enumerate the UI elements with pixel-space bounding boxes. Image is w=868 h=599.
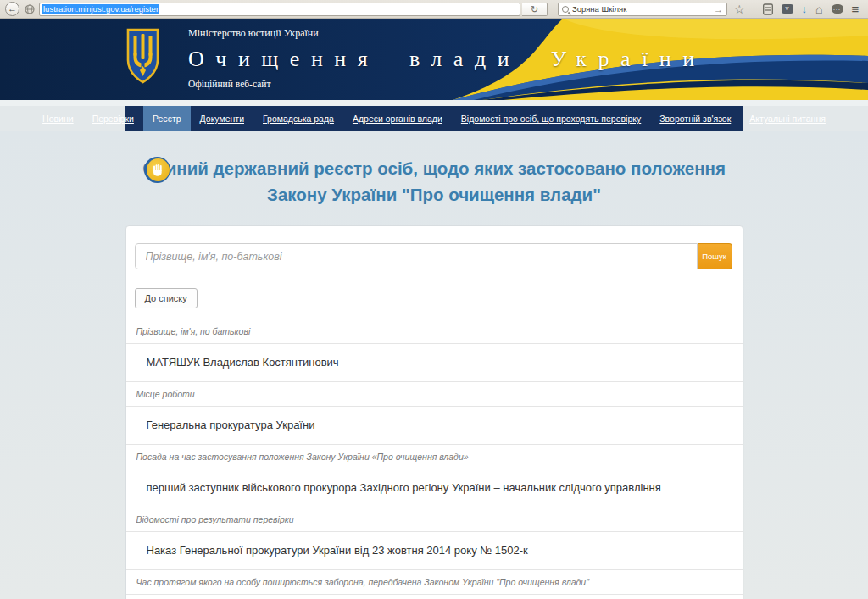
home-icon[interactable]: ⌂ [815, 3, 822, 16]
toolbar-separator [754, 3, 754, 15]
browser-search-box[interactable]: → [558, 3, 727, 16]
nav-item-hromadska-rada[interactable]: Громадська рада [253, 114, 343, 124]
page-body: Єдиний державний реєстр осіб, щодо яких … [0, 131, 868, 599]
lustration-hand-icon [144, 157, 170, 183]
nav-item-reestr[interactable]: Реєстр [143, 106, 191, 131]
page-title-line1: Єдиний державний реєстр осіб, щодо яких … [125, 155, 743, 181]
nav-item-zvorotnii-zviazok[interactable]: Зворотній зв'язок [650, 114, 740, 124]
main-navigation: Новини Перевірки Реєстр Документи Громад… [125, 106, 743, 131]
nav-item-dokumenty[interactable]: Документи [191, 114, 253, 124]
site-subtitle: Офіційний веб-сайт [188, 79, 706, 89]
field-value: Генеральна прокуратура України [136, 412, 732, 439]
field-label: Прізвище, ім'я, по батькові [136, 324, 732, 338]
bookmarks-clipboard-icon[interactable] [763, 3, 773, 15]
ukraine-coat-of-arms [125, 28, 160, 86]
nav-item-aktualni-pytannia[interactable]: Актуальні питання [740, 114, 835, 124]
back-to-list-button[interactable]: До списку [135, 288, 198, 308]
browser-search-input[interactable] [572, 4, 714, 14]
browser-toolbar: ← lustration.minjust.gov.ua/register ↻ →… [0, 0, 868, 19]
site-header: Міністерство юстиції України Очищення вл… [0, 19, 868, 100]
field-label: Час протягом якого на особу поширюється … [136, 575, 732, 589]
field-label: Місце роботи [136, 387, 732, 401]
field-value: МАТЯШУК Владислав Костянтинович [136, 349, 732, 376]
url-bar[interactable]: lustration.minjust.gov.ua/register [39, 3, 520, 16]
nav-item-vidomosti[interactable]: Відомості про осіб, що проходять перевір… [452, 114, 650, 124]
page-title-line2: Закону України "Про очищення влади" [125, 181, 743, 208]
registry-search-input[interactable] [135, 243, 698, 269]
field-label: Посада на час застосування положення Зак… [136, 450, 732, 463]
chat-bubble-icon[interactable]: ... [832, 4, 843, 14]
site-identity-icon [25, 4, 35, 14]
nav-item-perevirky[interactable]: Перевірки [83, 114, 143, 124]
search-icon [562, 6, 569, 13]
url-text: lustration.minjust.gov.ua/register [42, 4, 159, 14]
ministry-label: Міністерство юстиції України [188, 27, 706, 40]
reload-button[interactable]: ↻ [522, 3, 548, 16]
hamburger-menu-icon[interactable]: ≡ [852, 2, 860, 16]
field-label: Відомості про результати перевірки [136, 513, 732, 526]
search-go-icon[interactable]: → [714, 4, 723, 14]
nav-item-adresy[interactable]: Адреси органів влади [343, 114, 452, 124]
registry-search-button[interactable]: Пошук [698, 243, 732, 269]
register-card: Пошук До списку Прізвище, ім'я, по батьк… [125, 225, 743, 599]
field-value: Наказ Генеральної прокуратури України ві… [136, 537, 732, 564]
back-button[interactable]: ← [5, 2, 19, 16]
bookmark-star-icon[interactable]: ☆ [734, 3, 745, 15]
pocket-icon[interactable]: v [782, 4, 793, 14]
header-gap-strip [0, 100, 868, 106]
field-value: перший заступник військового прокурора З… [136, 474, 732, 502]
nav-item-novyny[interactable]: Новини [33, 114, 83, 124]
page-title: Єдиний державний реєстр осіб, щодо яких … [125, 131, 743, 208]
site-title: Очищення влади України [188, 47, 706, 72]
downloads-icon[interactable]: ↓ [802, 3, 808, 15]
